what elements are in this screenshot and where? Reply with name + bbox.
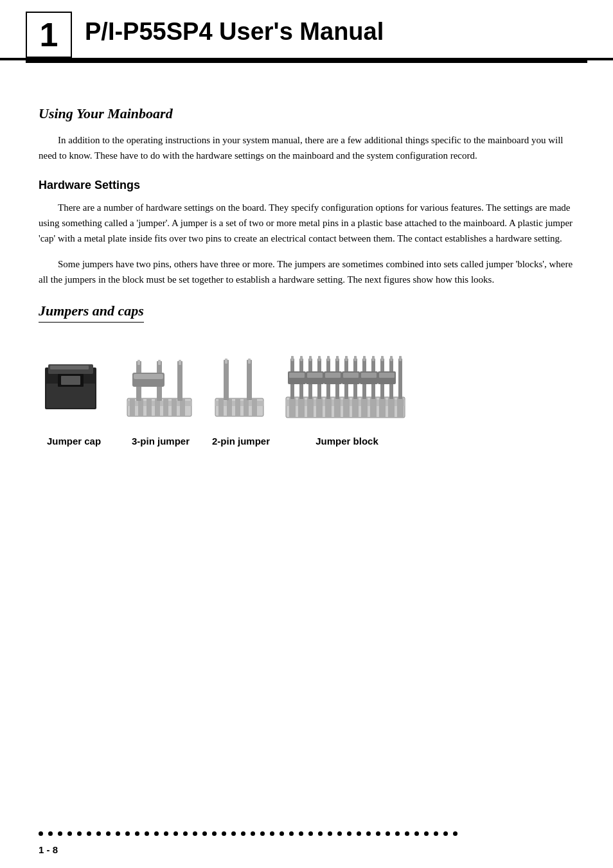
footer-dots-area [39,831,574,836]
jumper-cap-label: Jumper cap [47,436,101,447]
content-area: Using Your Mainboard In addition to the … [0,63,613,488]
svg-rect-12 [163,398,168,416]
footer-dot [366,831,371,836]
footer-dot [347,831,351,836]
footer-dot [328,831,332,836]
svg-rect-13 [172,398,177,416]
jumper-figures-container: Jumper cap [39,348,574,447]
footer-dot [386,831,390,836]
footer-dot [193,831,197,836]
svg-rect-36 [289,397,296,418]
svg-rect-9 [138,398,143,416]
page-number: 1 - 8 [39,844,58,855]
svg-rect-86 [379,373,395,378]
three-pin-figure: 3-pin jumper [122,348,199,447]
footer-dot [434,831,438,836]
svg-rect-44 [361,397,368,418]
using-mainboard-paragraph: In addition to the operating instruction… [39,132,574,163]
svg-rect-2 [50,366,89,369]
footer-dot [222,831,226,836]
svg-rect-41 [334,397,341,418]
footer-dot [405,831,409,836]
chapter-number: 1 [40,15,58,54]
footer-dot [251,831,255,836]
jumpers-caps-title: Jumpers and caps [39,303,144,323]
svg-rect-40 [325,397,332,418]
svg-rect-43 [352,397,359,418]
svg-rect-5 [61,376,80,385]
page-title: P/I-P55SP4 User's Manual [85,12,384,58]
svg-rect-72 [381,356,384,361]
svg-rect-29 [252,398,257,416]
footer-dot [145,831,149,836]
footer-dot [77,831,82,836]
footer-dot [308,831,313,836]
svg-rect-73 [390,356,393,361]
svg-rect-16 [138,360,140,365]
svg-rect-37 [298,397,305,418]
svg-rect-62 [291,356,294,361]
footer-dot [154,831,159,836]
footer-dot [424,831,429,836]
svg-rect-22 [134,374,163,379]
svg-rect-31 [225,359,227,364]
two-pin-label: 2-pin jumper [212,436,270,447]
header: 1 P/I-P55SP4 User's Manual [0,0,613,60]
svg-rect-74 [399,356,402,361]
svg-rect-63 [300,356,303,361]
svg-rect-76 [289,373,305,378]
svg-rect-18 [158,360,161,365]
svg-rect-3 [46,384,95,408]
svg-rect-19 [177,361,182,401]
svg-rect-27 [235,398,240,416]
three-pin-icon [122,348,199,425]
footer-dot [135,831,139,836]
svg-rect-61 [398,359,402,399]
jumper-cap-icon [39,355,109,425]
svg-rect-68 [345,356,348,361]
footer-dot [48,831,53,836]
svg-rect-25 [218,398,224,416]
footer-dot [289,831,294,836]
svg-rect-70 [363,356,366,361]
svg-rect-14 [180,398,185,416]
svg-rect-82 [343,373,359,378]
two-pin-icon [212,348,270,425]
footer-dot [280,831,284,836]
jumper-block-label: Jumper block [315,436,378,447]
hardware-settings-paragraph2: Some jumpers have two pins, others have … [39,256,574,287]
svg-rect-10 [147,398,152,416]
svg-rect-64 [309,356,312,361]
footer-dot [87,831,91,836]
footer-dot [183,831,188,836]
footer-dot [106,831,111,836]
footer-dot [96,831,101,836]
footer-dot [453,831,458,836]
jumper-block-icon [283,348,411,425]
hardware-settings-title: Hardware Settings [39,179,574,192]
footer-dot [376,831,380,836]
svg-rect-8 [130,398,135,416]
chapter-number-box: 1 [26,12,72,58]
svg-rect-28 [244,398,249,416]
footer-dot [164,831,168,836]
jumper-cap-figure: Jumper cap [39,355,109,447]
using-mainboard-title: Using Your Mainboard [39,105,574,122]
svg-rect-48 [397,397,404,418]
footer-dot [337,831,342,836]
footer-dot [212,831,217,836]
svg-rect-69 [354,356,357,361]
footer-dot [414,831,419,836]
footer-dot [270,831,274,836]
svg-rect-46 [379,397,386,418]
hardware-settings-paragraph1: There are a number of hardware settings … [39,200,574,246]
svg-rect-78 [307,373,323,378]
footer-dot [241,831,245,836]
footer-dot [299,831,303,836]
footer-dot [116,831,120,836]
svg-rect-39 [316,397,323,418]
three-pin-label: 3-pin jumper [132,436,190,447]
two-pin-figure: 2-pin jumper [212,348,270,447]
svg-rect-38 [307,397,314,418]
footer-dot [443,831,448,836]
